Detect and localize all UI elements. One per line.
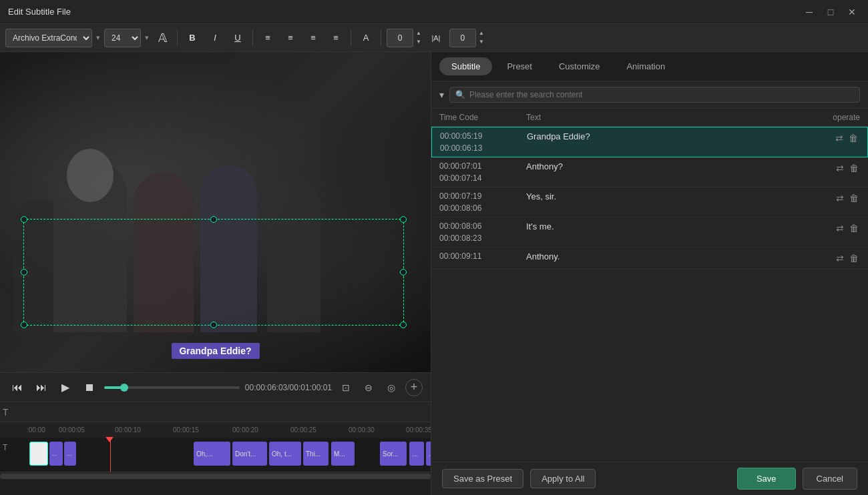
text-color-button[interactable]: A — [357, 29, 375, 47]
align-right-button[interactable]: ≡ — [304, 29, 322, 47]
tab-preset[interactable]: Preset — [495, 57, 544, 75]
save-button[interactable]: Save — [737, 468, 796, 490]
clip-sor[interactable]: Sor... — [380, 442, 407, 466]
font-family-select[interactable]: Archivo ExtraCond — [5, 29, 92, 47]
stop-button[interactable]: ⏹ — [80, 378, 99, 397]
add-button[interactable]: + — [405, 379, 423, 396]
search-input[interactable] — [469, 90, 854, 99]
row-delete-button-3[interactable]: 🗑 — [848, 221, 860, 235]
line-height-up[interactable]: ▲ — [477, 29, 485, 38]
spacing-spinner[interactable]: ▲ ▼ — [415, 29, 423, 47]
clip-dont[interactable]: Don't... — [232, 442, 267, 466]
line-height-spinner[interactable]: ▲ ▼ — [477, 29, 485, 47]
subtitle-row-0[interactable]: 00:00:05:19 00:00:06:13 ⇄ 🗑 — [431, 127, 868, 157]
subtitle-text-2: Yes, sir. — [526, 190, 556, 203]
line-height-input[interactable] — [449, 29, 476, 47]
frame-back-button[interactable]: ⏭ — [32, 378, 51, 397]
progress-thumb[interactable] — [120, 384, 128, 392]
minimize-button[interactable]: ─ — [801, 4, 817, 20]
spacing-down[interactable]: ▼ — [415, 38, 423, 47]
row-copy-button-4[interactable]: ⇄ — [835, 252, 845, 265]
line-height-down[interactable]: ▼ — [477, 38, 485, 47]
row-delete-button-2[interactable]: 🗑 — [848, 191, 860, 205]
progress-bar[interactable] — [104, 386, 240, 389]
subtitle-row-4[interactable]: 00:00:09:11 Anthony. ⇄ 🗑 — [431, 248, 868, 270]
subtitle-text-input-0[interactable] — [527, 131, 819, 141]
search-dropdown-button[interactable]: ▾ — [439, 89, 444, 100]
bold-button[interactable]: B — [183, 29, 202, 47]
tab-animation[interactable]: Animation — [614, 57, 677, 75]
timeline-scrollbar[interactable] — [0, 472, 431, 480]
scrollbar-thumb[interactable] — [0, 474, 431, 479]
column-headers: Time Code Text operate — [431, 109, 868, 127]
text-size-icon-button[interactable]: |A| — [427, 29, 445, 47]
row-actions-3: ⇄ 🗑 — [820, 221, 860, 235]
align-justify-button[interactable]: ≡ — [327, 29, 345, 47]
save-preset-button[interactable]: Save as Preset — [442, 469, 523, 488]
clips-track: ... ... Oh,... Don't... Oh, t... Thi... … — [29, 442, 431, 467]
video-canvas: Grandpa Eddie? — [0, 52, 431, 372]
clip-oh2[interactable]: Oh, t... — [269, 442, 301, 466]
spacing-input[interactable] — [387, 29, 413, 47]
end-time-3: 00:00:08:23 — [439, 233, 526, 243]
figure-2-head — [67, 149, 114, 202]
ruler-mark-20: 00:00:20 — [232, 426, 258, 434]
track-text-icon: T — [3, 443, 7, 452]
clip-2[interactable]: ... — [64, 442, 76, 466]
row-delete-button-0[interactable]: 🗑 — [847, 131, 859, 145]
subtitle-text-area-4: Anthony. — [526, 252, 820, 262]
screen-size-button[interactable]: ⊡ — [337, 379, 355, 396]
subtitle-row-3[interactable]: 00:00:08:06 00:00:08:23 It's me. ⇄ 🗑 — [431, 217, 868, 248]
subtitle-row-2[interactable]: 00:00:07:19 00:00:08:06 Yes, sir. ⇄ 🗑 — [431, 187, 868, 217]
font-dropdown-arrow: ▾ — [96, 33, 100, 42]
start-time-1: 00:00:07:01 — [439, 161, 526, 171]
figure-2 — [53, 159, 127, 332]
ruler-mark-15: 00:00:15 — [173, 426, 199, 434]
clip-dot2[interactable]: ... — [426, 442, 431, 466]
timeline-text-icon: T — [3, 407, 9, 418]
row-delete-button-1[interactable]: 🗑 — [848, 161, 860, 175]
spacing-up[interactable]: ▲ — [415, 29, 423, 38]
maximize-button[interactable]: □ — [823, 4, 839, 20]
ruler-mark-35: 00:00:35 — [406, 426, 431, 434]
subtitle-row-1[interactable]: 00:00:07:01 00:00:07:14 Anthony? ⇄ 🗑 — [431, 157, 868, 187]
subtitle-text-area-2: Yes, sir. — [526, 191, 820, 201]
align-left-button[interactable]: ≡ — [258, 29, 277, 47]
clip-thi[interactable]: Thi... — [303, 442, 329, 466]
play-button[interactable]: ▶ — [56, 378, 75, 397]
row-copy-button-3[interactable]: ⇄ — [835, 221, 845, 235]
clip-m[interactable]: M... — [331, 442, 355, 466]
timeline-header: T — [0, 402, 431, 422]
italic-button[interactable]: I — [206, 29, 224, 47]
start-time-0: 00:00:05:19 — [440, 131, 527, 141]
clip-oh[interactable]: Oh,... — [194, 442, 230, 466]
right-panel: Subtitle Preset Customize Animation ▾ 🔍 … — [431, 52, 868, 495]
video-preview: Grandpa Eddie? — [0, 52, 431, 372]
settings-button[interactable]: ◎ — [383, 379, 400, 396]
clip-0[interactable] — [29, 442, 48, 466]
row-copy-button-0[interactable]: ⇄ — [834, 131, 845, 145]
start-time-3: 00:00:08:06 — [439, 221, 526, 231]
cancel-button[interactable]: Cancel — [803, 468, 857, 490]
clip-dot1[interactable]: ... — [409, 442, 424, 466]
tab-bar: Subtitle Preset Customize Animation — [431, 52, 868, 81]
align-center-button[interactable]: ≡ — [281, 29, 300, 47]
row-delete-button-4[interactable]: 🗑 — [848, 252, 860, 265]
close-button[interactable]: ✕ — [844, 4, 860, 20]
skip-back-button[interactable]: ⏮ — [8, 378, 27, 397]
row-copy-button-2[interactable]: ⇄ — [835, 191, 845, 205]
row-copy-button-1[interactable]: ⇄ — [835, 161, 845, 175]
clip-1[interactable]: ... — [49, 442, 63, 466]
subtitle-text-area-0 — [527, 131, 819, 141]
current-time: 00:00:06:03/00:01:00:01 — [245, 383, 332, 392]
divider-1 — [177, 30, 178, 46]
font-size-select[interactable]: 24 — [104, 29, 141, 47]
minus-zoom-button[interactable]: ⊖ — [360, 379, 377, 396]
apply-all-button[interactable]: Apply to All — [530, 469, 596, 488]
col-header-timecode: Time Code — [439, 113, 526, 122]
underline-button[interactable]: U — [228, 29, 247, 47]
tab-customize[interactable]: Customize — [547, 57, 612, 75]
text-style-icon-button[interactable]: 𝔸 — [153, 29, 172, 47]
subtitle-times-4: 00:00:09:11 — [439, 252, 526, 264]
tab-subtitle[interactable]: Subtitle — [439, 57, 492, 75]
